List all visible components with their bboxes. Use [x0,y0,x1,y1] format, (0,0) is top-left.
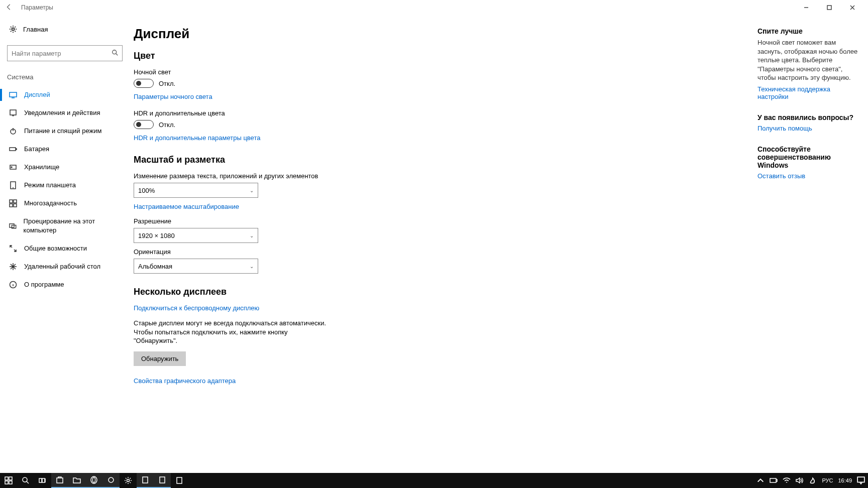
taskbar-app-opera[interactable] [85,473,102,488]
night-light-label: Ночной свет [134,68,737,76]
sidebar-item-label: Многозадачность [24,199,77,208]
sidebar-item-remote[interactable]: Удаленный рабочий стол [0,258,130,276]
power-icon [9,127,17,135]
shared-icon [9,245,17,253]
sidebar-item-label: Дисплей [24,90,50,99]
sidebar-item-shared[interactable]: Общие возможности [0,239,130,258]
feedback-link[interactable]: Оставить отзыв [757,172,805,180]
svg-point-28 [127,479,130,482]
taskbar-app-store[interactable] [51,473,68,488]
title-bar: Параметры [0,0,868,15]
taskbar-app-generic1[interactable] [102,473,120,488]
resolution-value: 1920 × 1080 [138,232,175,239]
svg-rect-4 [10,110,16,115]
svg-rect-33 [857,477,864,482]
home-label: Главная [23,26,48,33]
svg-rect-11 [14,200,17,203]
tray-chevron-up-icon[interactable] [756,476,765,484]
section-multi-heading: Несколько дисплеев [134,287,737,297]
hdr-settings-link[interactable]: HDR и дополнительные параметры цвета [134,134,260,142]
sidebar-item-label: Общие возможности [24,244,87,253]
home-button[interactable]: Главная [0,21,130,37]
taskbar: РУС 16:49 [0,473,868,488]
orientation-dropdown[interactable]: Альбомная ⌄ [134,259,258,274]
taskbar-app-settings[interactable] [120,473,137,488]
night-light-settings-link[interactable]: Параметры ночного света [134,93,212,100]
taskbar-app-generic3[interactable] [154,473,171,488]
svg-rect-20 [9,481,12,484]
taskbar-app-explorer[interactable] [68,473,85,488]
svg-point-26 [93,477,95,482]
sidebar-item-notifications[interactable]: Уведомления и действия [0,104,130,122]
hdr-toggle[interactable] [134,120,154,129]
page-title: Дисплей [134,26,737,42]
sidebar-item-display[interactable]: Дисплей [0,86,130,104]
sidebar-item-label: Проецирование на этот компьютер [24,217,121,235]
svg-rect-24 [57,478,63,483]
custom-scale-link[interactable]: Настраиваемое масштабирование [134,203,239,210]
svg-point-21 [23,477,27,482]
svg-rect-12 [10,204,13,207]
battery-icon [9,145,17,153]
taskbar-app-generic2[interactable] [137,473,154,488]
svg-rect-19 [5,481,8,484]
sleep-support-link[interactable]: Техническая поддержка настройки [757,85,858,100]
adapter-properties-link[interactable]: Свойства графического адаптера [134,377,236,385]
remote-icon [9,263,17,271]
orientation-value: Альбомная [138,263,172,270]
resolution-dropdown[interactable]: 1920 × 1080 ⌄ [134,228,258,243]
sidebar-item-label: Режим планшета [24,181,76,190]
sidebar-item-battery[interactable]: Батарея [0,140,130,158]
tray-app-icon[interactable] [809,476,817,484]
questions-title: У вас появились вопросы? [757,113,858,121]
search-box[interactable] [7,45,123,61]
svg-rect-22 [39,478,42,482]
taskbar-search-button[interactable] [17,473,34,488]
wireless-display-link[interactable]: Подключиться к беспроводному дисплею [134,304,259,312]
search-input[interactable] [7,45,123,61]
notification-icon [9,109,17,117]
night-light-state: Откл. [159,80,175,87]
tray-battery-icon[interactable] [770,476,778,484]
chevron-down-icon: ⌄ [250,233,254,238]
svg-point-2 [113,50,117,54]
svg-point-1 [12,28,15,31]
start-button[interactable] [0,473,17,488]
sidebar-item-label: О программе [24,280,64,289]
back-button[interactable] [4,4,14,12]
sidebar-item-label: Батарея [24,145,49,154]
taskbar-app-generic4[interactable] [171,473,188,488]
display-icon [9,91,17,99]
night-light-toggle[interactable] [134,79,154,88]
tray-wifi-icon[interactable] [783,476,791,484]
orientation-label: Ориентация [134,248,737,256]
sidebar-item-about[interactable]: О программе [0,276,130,294]
tray-clock[interactable]: 16:49 [838,477,852,483]
project-icon [9,222,17,230]
svg-point-27 [108,477,114,482]
sidebar-item-storage[interactable]: Хранилище [0,158,130,176]
minimize-button[interactable] [795,0,818,15]
sleep-better-desc: Ночной свет поможет вам заснуть, отображ… [757,38,858,82]
improve-title: Способствуйте совершенствованию Windows [757,145,858,169]
sidebar-item-project[interactable]: Проецирование на этот компьютер [0,212,130,239]
svg-rect-30 [160,477,165,483]
task-view-button[interactable] [34,473,51,488]
chevron-down-icon: ⌄ [250,188,254,193]
tray-language[interactable]: РУС [822,477,833,483]
tray-action-center-icon[interactable] [857,476,865,484]
detect-button[interactable]: Обнаружить [134,351,186,366]
get-help-link[interactable]: Получить помощь [757,125,812,132]
sidebar-item-multitask[interactable]: Многозадачность [0,194,130,212]
help-pane: Спите лучше Ночной свет поможет вам засн… [757,15,868,473]
sleep-better-title: Спите лучше [757,27,858,35]
maximize-button[interactable] [818,0,841,15]
tray-volume-icon[interactable] [796,476,804,484]
storage-icon [9,163,17,171]
sidebar-item-tablet[interactable]: Режим планшета [0,176,130,194]
sidebar-item-power[interactable]: Питание и спящий режим [0,122,130,140]
scale-dropdown[interactable]: 100% ⌄ [134,183,258,198]
section-scale-heading: Масштаб и разметка [134,155,737,165]
close-button[interactable] [841,0,864,15]
sidebar: Главная Система Дисплей Уведомления и де… [0,15,130,473]
